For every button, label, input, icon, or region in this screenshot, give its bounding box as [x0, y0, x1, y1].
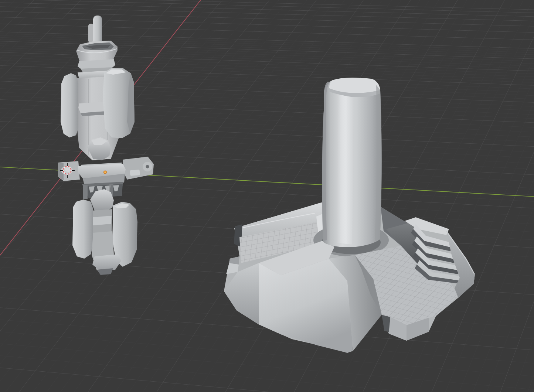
lower-column-band — [92, 216, 112, 225]
blender-3d-viewport[interactable] — [0, 0, 534, 392]
upper-left-pod — [61, 73, 78, 137]
lower-left-pod — [72, 200, 93, 259]
teeth-strut-left — [83, 185, 88, 199]
origin-core — [105, 172, 105, 173]
object-origin-dot[interactable] — [103, 170, 107, 174]
antenna-back — [88, 24, 93, 43]
viewport-canvas — [0, 0, 534, 392]
pillar-highlight-band — [337, 81, 354, 245]
right-arm-knob — [130, 170, 140, 176]
right-arm-cap-hole — [146, 165, 149, 168]
model-pillar[interactable] — [322, 78, 382, 247]
